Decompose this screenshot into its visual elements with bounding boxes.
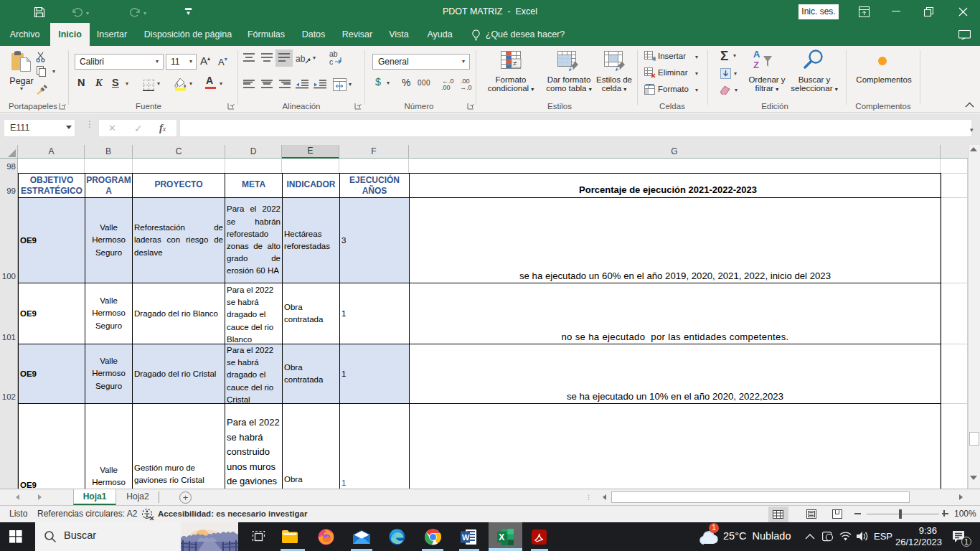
svg-text:→.0: →.0 bbox=[460, 84, 472, 91]
svg-text:≠: ≠ bbox=[513, 60, 517, 67]
svg-text:.00: .00 bbox=[441, 84, 451, 91]
svg-text:Z: Z bbox=[753, 60, 759, 70]
svg-text:X: X bbox=[499, 532, 504, 542]
svg-text:A: A bbox=[753, 49, 760, 60]
svg-text:W: W bbox=[462, 533, 470, 542]
svg-text:c: c bbox=[329, 57, 333, 66]
svg-text:ab: ab bbox=[296, 54, 306, 64]
